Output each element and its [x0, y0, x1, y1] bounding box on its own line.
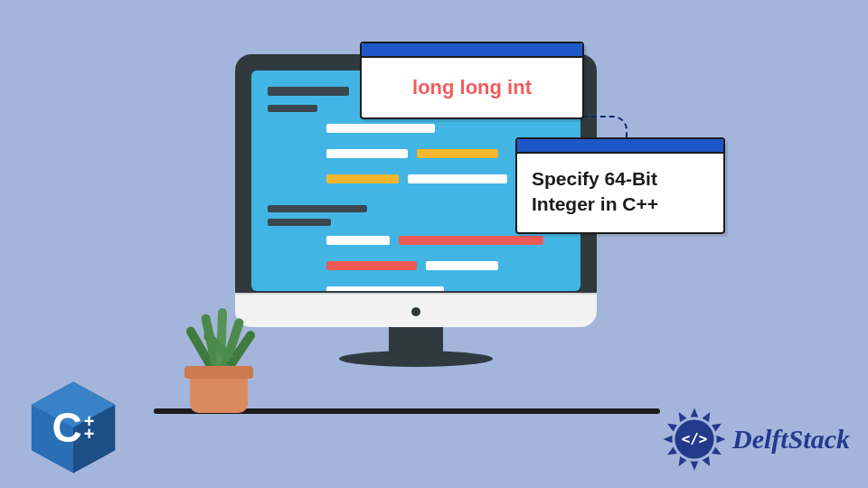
plant-illustration: [174, 309, 264, 413]
delftstack-logo: </> DelftStack: [662, 407, 850, 472]
title-callout-text: Specify 64-Bit Integer in C++: [517, 154, 723, 232]
svg-marker-4: [691, 408, 699, 417]
cpp-logo-text: C++: [24, 378, 123, 477]
cpp-plus: ++: [84, 415, 95, 440]
svg-marker-12: [665, 446, 677, 458]
svg-text:</>: </>: [682, 430, 708, 447]
svg-marker-10: [691, 461, 699, 470]
cpp-logo: C++: [24, 378, 123, 477]
cpp-letter: C: [52, 403, 82, 452]
monitor-chin: [235, 293, 597, 327]
code-callout-text: long long int: [362, 58, 582, 117]
code-callout-window: long long int: [360, 42, 584, 119]
svg-marker-14: [665, 420, 677, 432]
delftstack-badge-icon: </>: [662, 407, 727, 472]
svg-marker-15: [675, 410, 687, 422]
monitor-stand-base: [339, 351, 493, 367]
callout-titlebar: [517, 139, 723, 154]
title-callout-window: Specify 64-Bit Integer in C++: [515, 137, 725, 234]
svg-marker-8: [712, 446, 723, 458]
svg-marker-7: [716, 436, 725, 444]
svg-marker-11: [675, 456, 687, 468]
title-line1: Specify 64-Bit: [532, 168, 657, 189]
svg-marker-9: [703, 456, 714, 468]
svg-marker-6: [712, 420, 723, 432]
callout-titlebar: [362, 43, 582, 58]
title-line2: Integer in C++: [532, 193, 658, 214]
svg-marker-5: [703, 410, 714, 422]
svg-marker-13: [663, 436, 672, 444]
delftstack-text: DelftStack: [732, 424, 850, 455]
